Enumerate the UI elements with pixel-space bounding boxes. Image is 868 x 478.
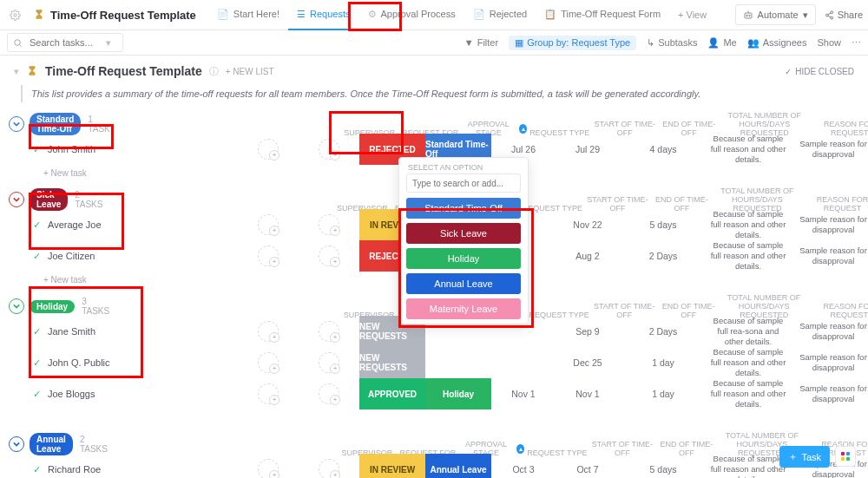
reason-text[interactable]: Because of sample full reason and other …	[707, 240, 790, 272]
request-for-avatar[interactable]	[319, 383, 339, 404]
disapproval-text[interactable]: Sample reason for disapproval	[790, 214, 868, 235]
request-for-avatar[interactable]	[319, 246, 339, 266]
request-for-avatar[interactable]	[319, 139, 339, 160]
supervisor-avatar[interactable]	[258, 246, 279, 266]
task-name-cell[interactable]: ✓John Smith	[9, 144, 238, 155]
task-name-cell[interactable]: ✓Joe Bloggs	[9, 389, 238, 400]
col-start[interactable]: START OF TIME-OFF	[593, 120, 657, 137]
total-days[interactable]: 1 day	[620, 357, 707, 368]
end-date[interactable]: Nov 1	[556, 389, 620, 399]
col-request-type[interactable]: REQUEST TYPE	[524, 449, 590, 457]
col-reason[interactable]: REASON FOR REQUEST	[807, 302, 868, 319]
request-for-avatar[interactable]	[319, 321, 339, 342]
task-name-cell[interactable]: ✓John Q. Public	[9, 357, 238, 369]
collapse-toggle[interactable]	[9, 298, 24, 314]
approval-stage-badge[interactable]: IN REVIEW	[359, 454, 425, 478]
filter-button[interactable]: ▼ Filter	[464, 37, 498, 48]
total-days[interactable]: 2 Days	[620, 326, 707, 337]
end-date[interactable]: Nov 22	[556, 219, 620, 230]
dropdown-search[interactable]	[406, 174, 521, 193]
request-for-avatar[interactable]	[319, 459, 339, 478]
end-date[interactable]: Aug 2	[556, 251, 620, 261]
col-reason[interactable]: REASON FOR REQUEST	[808, 120, 868, 137]
reason-text[interactable]: Because of sample full reason and other …	[707, 454, 790, 478]
reason-text[interactable]: Because of sample full reason and other …	[707, 347, 790, 378]
reason-text[interactable]: Because of sample full rea-sona and othe…	[707, 316, 790, 347]
start-date[interactable]: Jul 26	[491, 144, 556, 154]
col-start[interactable]: START OF TIME-OFF	[590, 440, 654, 457]
subtasks-button[interactable]: ↳ Subtasks	[647, 37, 697, 49]
request-for-avatar[interactable]	[319, 214, 339, 235]
end-date[interactable]: Oct 7	[556, 464, 620, 475]
share-button[interactable]: Share	[825, 10, 863, 20]
add-task-button[interactable]: ＋ Task	[779, 446, 830, 468]
col-end[interactable]: END OF TIME-OFF	[649, 195, 713, 213]
group-pill[interactable]: Annual Leave	[30, 433, 73, 455]
total-days[interactable]: 5 days	[620, 219, 707, 230]
task-row[interactable]: ✓John Q. PublicNEW REQUESTSDec 251 dayBe…	[9, 347, 859, 378]
total-days[interactable]: 2 Days	[620, 251, 707, 261]
show-button[interactable]: Show	[817, 37, 841, 48]
assignees-button[interactable]: 👥 Assignees	[747, 37, 807, 49]
tab-rejected[interactable]: 📄Rejected	[464, 0, 536, 30]
col-request-type[interactable]: REQUEST TYPE	[526, 311, 592, 319]
group-by-button[interactable]: ▦ Group by: Request Type	[509, 36, 636, 50]
tab-requests[interactable]: ☰Requests	[288, 0, 358, 30]
col-start[interactable]: START OF TIME-OFF	[592, 302, 656, 319]
disapproval-text[interactable]: Sample reason for disapproval	[790, 139, 868, 160]
supervisor-avatar[interactable]	[258, 139, 279, 160]
automate-button[interactable]: Automate ▾	[735, 4, 816, 25]
supervisor-avatar[interactable]	[258, 352, 279, 373]
more-icon[interactable]: ⋯	[852, 37, 861, 49]
group-pill[interactable]: Standard Time-Off	[30, 113, 81, 135]
end-date[interactable]: Dec 25	[556, 357, 620, 368]
reason-text[interactable]: Because of sample full reason and other …	[707, 378, 790, 409]
task-name-cell[interactable]: ✓Average Joe	[9, 219, 238, 231]
tab-approval-process[interactable]: ⚙Approval Process	[359, 0, 464, 30]
chevron-down-icon[interactable]: ▾	[106, 37, 111, 49]
reason-text[interactable]: Because of sample full reason and other …	[707, 209, 790, 240]
disapproval-text[interactable]: Sample reason for disapproval	[790, 352, 868, 373]
search-field[interactable]	[28, 36, 101, 49]
info-icon[interactable]: ⓘ	[209, 65, 219, 78]
col-request-type[interactable]: REQUEST TYPE	[527, 128, 593, 137]
disapproval-text[interactable]: Sample reason for disapproval	[790, 321, 868, 342]
task-row[interactable]: ✓Joe BloggsAPPROVEDHolidayNov 1Nov 11 da…	[9, 378, 859, 409]
add-view-button[interactable]: + View	[669, 10, 715, 20]
tab-start-here-[interactable]: 📄Start Here!	[208, 0, 288, 30]
group-pill[interactable]: Sick Leave	[30, 188, 68, 211]
col-reason[interactable]: REASON FOR REQUEST	[800, 195, 868, 213]
approval-stage-badge[interactable]: APPROVED	[359, 378, 425, 409]
collapse-caret-icon[interactable]: ▾	[14, 66, 19, 77]
me-button[interactable]: 👤 Me	[707, 37, 736, 49]
total-days[interactable]: 5 days	[620, 464, 707, 475]
collapse-toggle[interactable]	[9, 192, 24, 207]
request-type-badge[interactable]: Holiday	[425, 378, 491, 409]
request-for-avatar[interactable]	[319, 352, 339, 373]
disapproval-text[interactable]: Sample reason for disapproval	[790, 246, 868, 266]
request-type-badge[interactable]: Annual Leave	[425, 454, 491, 478]
supervisor-avatar[interactable]	[258, 321, 279, 342]
end-date[interactable]: Jul 29	[556, 144, 620, 154]
start-date[interactable]: Nov 1	[491, 389, 556, 399]
disapproval-text[interactable]: Sample reason for disapproval	[790, 383, 868, 404]
task-name-cell[interactable]: ✓Joe Citizen	[9, 251, 238, 262]
collapse-toggle[interactable]	[9, 116, 24, 132]
apps-button[interactable]	[835, 446, 856, 467]
total-days[interactable]: 4 days	[620, 144, 707, 154]
new-list-button[interactable]: + NEW LIST	[226, 67, 274, 76]
supervisor-avatar[interactable]	[258, 459, 279, 478]
search-input[interactable]: ▾	[7, 33, 123, 52]
collapse-toggle[interactable]	[9, 436, 24, 452]
tab-time-off-request-form[interactable]: 📋Time-Off Request Form	[536, 0, 669, 30]
task-name-cell[interactable]: ✓Jane Smith	[9, 326, 238, 337]
col-start[interactable]: START OF TIME-OFF	[585, 195, 649, 213]
start-date[interactable]: Oct 3	[491, 464, 556, 475]
approval-stage-badge[interactable]: NEW REQUESTS	[359, 347, 425, 378]
total-days[interactable]: 1 day	[620, 389, 707, 399]
reason-text[interactable]: Because of sample full reason and other …	[707, 134, 790, 165]
supervisor-avatar[interactable]	[258, 383, 279, 404]
gear-icon[interactable]	[5, 10, 24, 21]
end-date[interactable]: Sep 9	[556, 326, 620, 337]
supervisor-avatar[interactable]	[258, 214, 279, 235]
